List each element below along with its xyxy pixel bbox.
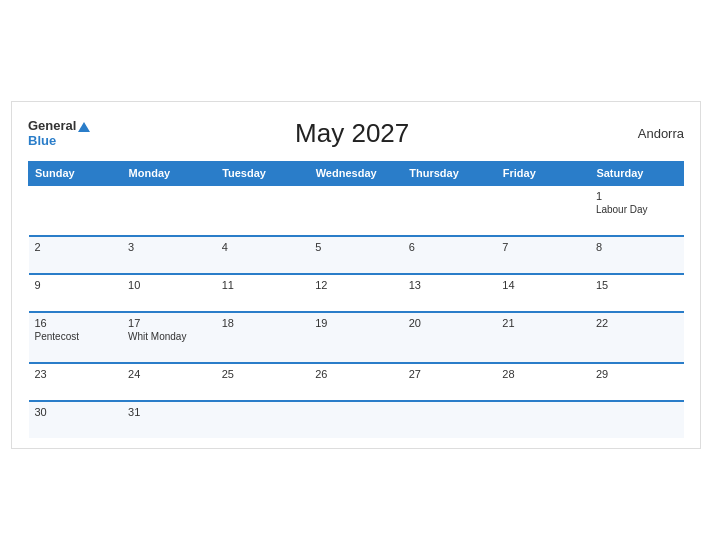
calendar-cell: 20 bbox=[403, 312, 497, 363]
holiday-label: Whit Monday bbox=[128, 331, 210, 342]
holiday-label: Pentecost bbox=[35, 331, 117, 342]
calendar-cell bbox=[496, 401, 590, 438]
calendar-cell: 5 bbox=[309, 236, 403, 274]
calendar-cell: 13 bbox=[403, 274, 497, 312]
calendar-header: General Blue May 2027 Andorra bbox=[28, 118, 684, 149]
weekday-header-friday: Friday bbox=[496, 162, 590, 186]
day-number: 12 bbox=[315, 279, 397, 291]
day-number: 18 bbox=[222, 317, 304, 329]
calendar-cell bbox=[309, 401, 403, 438]
calendar-cell: 2 bbox=[29, 236, 123, 274]
calendar-cell: 14 bbox=[496, 274, 590, 312]
calendar-cell: 4 bbox=[216, 236, 310, 274]
calendar-cell: 10 bbox=[122, 274, 216, 312]
calendar-table: SundayMondayTuesdayWednesdayThursdayFrid… bbox=[28, 161, 684, 438]
day-number: 28 bbox=[502, 368, 584, 380]
calendar-cell bbox=[216, 185, 310, 236]
calendar-cell: 22 bbox=[590, 312, 684, 363]
day-number: 27 bbox=[409, 368, 491, 380]
week-row-3: 9101112131415 bbox=[29, 274, 684, 312]
calendar-cell: 25 bbox=[216, 363, 310, 401]
day-number: 9 bbox=[35, 279, 117, 291]
logo-general-text: General bbox=[28, 119, 90, 133]
calendar-container: General Blue May 2027 Andorra SundayMond… bbox=[11, 101, 701, 449]
day-number: 29 bbox=[596, 368, 678, 380]
weekday-header-thursday: Thursday bbox=[403, 162, 497, 186]
calendar-cell bbox=[496, 185, 590, 236]
calendar-cell: 27 bbox=[403, 363, 497, 401]
day-number: 14 bbox=[502, 279, 584, 291]
week-row-2: 2345678 bbox=[29, 236, 684, 274]
day-number: 26 bbox=[315, 368, 397, 380]
day-number: 15 bbox=[596, 279, 678, 291]
weekday-header-row: SundayMondayTuesdayWednesdayThursdayFrid… bbox=[29, 162, 684, 186]
day-number: 23 bbox=[35, 368, 117, 380]
logo-triangle-icon bbox=[78, 122, 90, 132]
day-number: 10 bbox=[128, 279, 210, 291]
calendar-cell bbox=[29, 185, 123, 236]
calendar-cell bbox=[216, 401, 310, 438]
day-number: 16 bbox=[35, 317, 117, 329]
logo: General Blue bbox=[28, 119, 90, 148]
calendar-cell: 17Whit Monday bbox=[122, 312, 216, 363]
weekday-header-saturday: Saturday bbox=[590, 162, 684, 186]
day-number: 30 bbox=[35, 406, 117, 418]
calendar-cell: 28 bbox=[496, 363, 590, 401]
logo-blue-text: Blue bbox=[28, 134, 90, 148]
day-number: 13 bbox=[409, 279, 491, 291]
calendar-cell bbox=[403, 185, 497, 236]
calendar-cell: 19 bbox=[309, 312, 403, 363]
calendar-cell: 9 bbox=[29, 274, 123, 312]
calendar-cell: 1Labour Day bbox=[590, 185, 684, 236]
day-number: 8 bbox=[596, 241, 678, 253]
calendar-cell: 3 bbox=[122, 236, 216, 274]
calendar-cell: 16Pentecost bbox=[29, 312, 123, 363]
weekday-header-sunday: Sunday bbox=[29, 162, 123, 186]
calendar-cell bbox=[403, 401, 497, 438]
calendar-cell: 6 bbox=[403, 236, 497, 274]
calendar-cell: 23 bbox=[29, 363, 123, 401]
day-number: 22 bbox=[596, 317, 678, 329]
calendar-cell: 8 bbox=[590, 236, 684, 274]
calendar-cell bbox=[309, 185, 403, 236]
day-number: 17 bbox=[128, 317, 210, 329]
country-label: Andorra bbox=[614, 126, 684, 141]
day-number: 24 bbox=[128, 368, 210, 380]
calendar-cell: 24 bbox=[122, 363, 216, 401]
calendar-cell: 12 bbox=[309, 274, 403, 312]
day-number: 5 bbox=[315, 241, 397, 253]
day-number: 3 bbox=[128, 241, 210, 253]
calendar-cell: 15 bbox=[590, 274, 684, 312]
week-row-4: 16Pentecost17Whit Monday1819202122 bbox=[29, 312, 684, 363]
day-number: 6 bbox=[409, 241, 491, 253]
calendar-title: May 2027 bbox=[90, 118, 614, 149]
calendar-cell: 31 bbox=[122, 401, 216, 438]
weekday-header-tuesday: Tuesday bbox=[216, 162, 310, 186]
day-number: 25 bbox=[222, 368, 304, 380]
calendar-cell bbox=[122, 185, 216, 236]
calendar-thead: SundayMondayTuesdayWednesdayThursdayFrid… bbox=[29, 162, 684, 186]
holiday-label: Labour Day bbox=[596, 204, 678, 215]
calendar-cell: 29 bbox=[590, 363, 684, 401]
week-row-5: 23242526272829 bbox=[29, 363, 684, 401]
week-row-1: 1Labour Day bbox=[29, 185, 684, 236]
weekday-header-wednesday: Wednesday bbox=[309, 162, 403, 186]
week-row-6: 3031 bbox=[29, 401, 684, 438]
day-number: 4 bbox=[222, 241, 304, 253]
day-number: 31 bbox=[128, 406, 210, 418]
calendar-cell: 21 bbox=[496, 312, 590, 363]
day-number: 11 bbox=[222, 279, 304, 291]
day-number: 21 bbox=[502, 317, 584, 329]
day-number: 2 bbox=[35, 241, 117, 253]
calendar-cell: 18 bbox=[216, 312, 310, 363]
day-number: 1 bbox=[596, 190, 678, 202]
calendar-cell: 7 bbox=[496, 236, 590, 274]
day-number: 20 bbox=[409, 317, 491, 329]
day-number: 19 bbox=[315, 317, 397, 329]
calendar-cell bbox=[590, 401, 684, 438]
calendar-cell: 11 bbox=[216, 274, 310, 312]
calendar-cell: 26 bbox=[309, 363, 403, 401]
weekday-header-monday: Monday bbox=[122, 162, 216, 186]
calendar-cell: 30 bbox=[29, 401, 123, 438]
calendar-tbody: 1Labour Day2345678910111213141516Penteco… bbox=[29, 185, 684, 438]
